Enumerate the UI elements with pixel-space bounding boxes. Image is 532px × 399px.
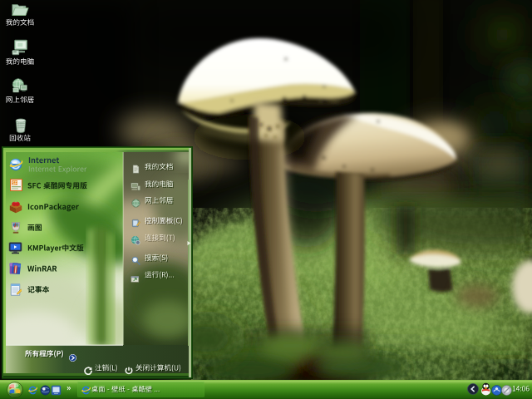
svg-text:SFC: SFC <box>12 181 21 185</box>
